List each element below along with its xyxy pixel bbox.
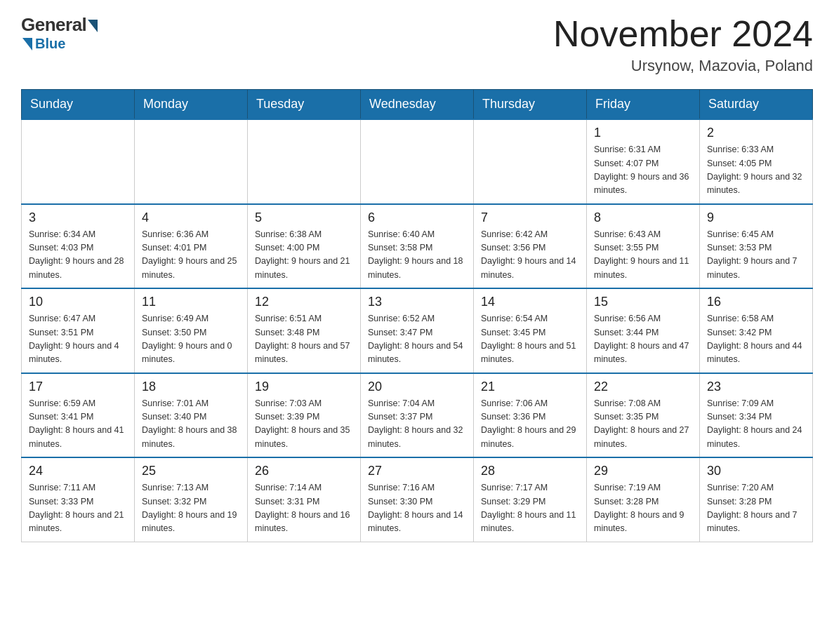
calendar-cell: 8Sunrise: 6:43 AMSunset: 3:55 PMDaylight… <box>587 204 700 289</box>
day-info: Sunrise: 7:08 AMSunset: 3:35 PMDaylight:… <box>594 397 692 452</box>
day-number: 8 <box>594 210 692 225</box>
calendar-cell: 26Sunrise: 7:14 AMSunset: 3:31 PMDayligh… <box>248 457 361 542</box>
day-number: 1 <box>594 126 692 140</box>
calendar-cell: 5Sunrise: 6:38 AMSunset: 4:00 PMDaylight… <box>248 204 361 289</box>
day-number: 7 <box>481 210 579 225</box>
day-info: Sunrise: 6:36 AMSunset: 4:01 PMDaylight:… <box>142 228 240 283</box>
day-number: 9 <box>707 210 805 225</box>
calendar-cell: 28Sunrise: 7:17 AMSunset: 3:29 PMDayligh… <box>474 457 587 542</box>
day-number: 17 <box>29 380 127 394</box>
day-info: Sunrise: 6:51 AMSunset: 3:48 PMDaylight:… <box>255 312 353 367</box>
calendar-cell: 11Sunrise: 6:49 AMSunset: 3:50 PMDayligh… <box>135 288 248 373</box>
day-number: 5 <box>255 210 353 225</box>
week-row-2: 3Sunrise: 6:34 AMSunset: 4:03 PMDaylight… <box>22 204 813 289</box>
day-info: Sunrise: 7:04 AMSunset: 3:37 PMDaylight:… <box>368 397 466 452</box>
day-number: 30 <box>707 464 805 478</box>
calendar-cell: 24Sunrise: 7:11 AMSunset: 3:33 PMDayligh… <box>22 457 135 542</box>
day-number: 18 <box>142 380 240 394</box>
calendar-header-sunday: Sunday <box>22 90 135 120</box>
calendar-cell: 18Sunrise: 7:01 AMSunset: 3:40 PMDayligh… <box>135 373 248 458</box>
day-number: 21 <box>481 380 579 394</box>
day-number: 15 <box>594 295 692 309</box>
day-number: 3 <box>29 210 127 225</box>
week-row-3: 10Sunrise: 6:47 AMSunset: 3:51 PMDayligh… <box>22 288 813 373</box>
calendar-cell: 23Sunrise: 7:09 AMSunset: 3:34 PMDayligh… <box>700 373 813 458</box>
calendar-cell: 15Sunrise: 6:56 AMSunset: 3:44 PMDayligh… <box>587 288 700 373</box>
day-info: Sunrise: 6:43 AMSunset: 3:55 PMDaylight:… <box>594 228 692 283</box>
day-number: 26 <box>255 464 353 478</box>
day-number: 24 <box>29 464 127 478</box>
title-section: November 2024 Ursynow, Mazovia, Poland <box>553 14 813 75</box>
calendar-header-saturday: Saturday <box>700 90 813 120</box>
week-row-4: 17Sunrise: 6:59 AMSunset: 3:41 PMDayligh… <box>22 373 813 458</box>
day-number: 11 <box>142 295 240 309</box>
calendar-cell: 17Sunrise: 6:59 AMSunset: 3:41 PMDayligh… <box>22 373 135 458</box>
day-info: Sunrise: 6:56 AMSunset: 3:44 PMDaylight:… <box>594 312 692 367</box>
day-number: 10 <box>29 295 127 309</box>
calendar-cell: 19Sunrise: 7:03 AMSunset: 3:39 PMDayligh… <box>248 373 361 458</box>
calendar-cell <box>474 119 587 204</box>
calendar-cell: 6Sunrise: 6:40 AMSunset: 3:58 PMDaylight… <box>361 204 474 289</box>
logo-arrow-icon <box>88 20 98 32</box>
day-info: Sunrise: 6:54 AMSunset: 3:45 PMDaylight:… <box>481 312 579 367</box>
calendar-header-friday: Friday <box>587 90 700 120</box>
calendar-header-tuesday: Tuesday <box>248 90 361 120</box>
day-number: 25 <box>142 464 240 478</box>
day-number: 12 <box>255 295 353 309</box>
day-number: 29 <box>594 464 692 478</box>
day-info: Sunrise: 7:16 AMSunset: 3:30 PMDaylight:… <box>368 481 466 536</box>
day-info: Sunrise: 6:31 AMSunset: 4:07 PMDaylight:… <box>594 143 692 198</box>
location: Ursynow, Mazovia, Poland <box>553 57 813 75</box>
day-number: 27 <box>368 464 466 478</box>
calendar-cell <box>248 119 361 204</box>
calendar-header-thursday: Thursday <box>474 90 587 120</box>
day-info: Sunrise: 7:06 AMSunset: 3:36 PMDaylight:… <box>481 397 579 452</box>
day-info: Sunrise: 6:47 AMSunset: 3:51 PMDaylight:… <box>29 312 127 367</box>
logo: General Blue <box>21 14 98 52</box>
day-number: 2 <box>707 126 805 140</box>
calendar-header-row: SundayMondayTuesdayWednesdayThursdayFrid… <box>22 90 813 120</box>
calendar-cell: 16Sunrise: 6:58 AMSunset: 3:42 PMDayligh… <box>700 288 813 373</box>
day-info: Sunrise: 6:38 AMSunset: 4:00 PMDaylight:… <box>255 228 353 283</box>
calendar-cell: 13Sunrise: 6:52 AMSunset: 3:47 PMDayligh… <box>361 288 474 373</box>
day-info: Sunrise: 7:20 AMSunset: 3:28 PMDaylight:… <box>707 481 805 536</box>
day-info: Sunrise: 6:59 AMSunset: 3:41 PMDaylight:… <box>29 397 127 452</box>
day-info: Sunrise: 6:45 AMSunset: 3:53 PMDaylight:… <box>707 228 805 283</box>
calendar-cell: 27Sunrise: 7:16 AMSunset: 3:30 PMDayligh… <box>361 457 474 542</box>
calendar-cell: 1Sunrise: 6:31 AMSunset: 4:07 PMDaylight… <box>587 119 700 204</box>
calendar-header-monday: Monday <box>135 90 248 120</box>
day-number: 14 <box>481 295 579 309</box>
calendar-cell: 25Sunrise: 7:13 AMSunset: 3:32 PMDayligh… <box>135 457 248 542</box>
week-row-5: 24Sunrise: 7:11 AMSunset: 3:33 PMDayligh… <box>22 457 813 542</box>
day-number: 23 <box>707 380 805 394</box>
calendar-cell: 12Sunrise: 6:51 AMSunset: 3:48 PMDayligh… <box>248 288 361 373</box>
day-info: Sunrise: 7:11 AMSunset: 3:33 PMDaylight:… <box>29 481 127 536</box>
calendar-cell: 22Sunrise: 7:08 AMSunset: 3:35 PMDayligh… <box>587 373 700 458</box>
day-number: 4 <box>142 210 240 225</box>
calendar-cell: 29Sunrise: 7:19 AMSunset: 3:28 PMDayligh… <box>587 457 700 542</box>
day-info: Sunrise: 7:03 AMSunset: 3:39 PMDaylight:… <box>255 397 353 452</box>
calendar-cell: 3Sunrise: 6:34 AMSunset: 4:03 PMDaylight… <box>22 204 135 289</box>
day-info: Sunrise: 6:42 AMSunset: 3:56 PMDaylight:… <box>481 228 579 283</box>
day-info: Sunrise: 6:34 AMSunset: 4:03 PMDaylight:… <box>29 228 127 283</box>
day-info: Sunrise: 6:33 AMSunset: 4:05 PMDaylight:… <box>707 143 805 198</box>
day-number: 20 <box>368 380 466 394</box>
calendar-cell: 30Sunrise: 7:20 AMSunset: 3:28 PMDayligh… <box>700 457 813 542</box>
day-info: Sunrise: 7:19 AMSunset: 3:28 PMDaylight:… <box>594 481 692 536</box>
calendar-cell: 20Sunrise: 7:04 AMSunset: 3:37 PMDayligh… <box>361 373 474 458</box>
logo-top: General <box>21 14 98 36</box>
day-info: Sunrise: 7:09 AMSunset: 3:34 PMDaylight:… <box>707 397 805 452</box>
day-info: Sunrise: 7:14 AMSunset: 3:31 PMDaylight:… <box>255 481 353 536</box>
logo-general-text: General <box>21 14 86 36</box>
calendar-cell <box>361 119 474 204</box>
day-info: Sunrise: 6:40 AMSunset: 3:58 PMDaylight:… <box>368 228 466 283</box>
calendar-cell: 7Sunrise: 6:42 AMSunset: 3:56 PMDaylight… <box>474 204 587 289</box>
day-info: Sunrise: 6:49 AMSunset: 3:50 PMDaylight:… <box>142 312 240 367</box>
calendar-cell: 4Sunrise: 6:36 AMSunset: 4:01 PMDaylight… <box>135 204 248 289</box>
day-number: 22 <box>594 380 692 394</box>
calendar-header-wednesday: Wednesday <box>361 90 474 120</box>
day-info: Sunrise: 6:58 AMSunset: 3:42 PMDaylight:… <box>707 312 805 367</box>
day-info: Sunrise: 7:13 AMSunset: 3:32 PMDaylight:… <box>142 481 240 536</box>
calendar-table: SundayMondayTuesdayWednesdayThursdayFrid… <box>21 89 813 542</box>
day-info: Sunrise: 6:52 AMSunset: 3:47 PMDaylight:… <box>368 312 466 367</box>
